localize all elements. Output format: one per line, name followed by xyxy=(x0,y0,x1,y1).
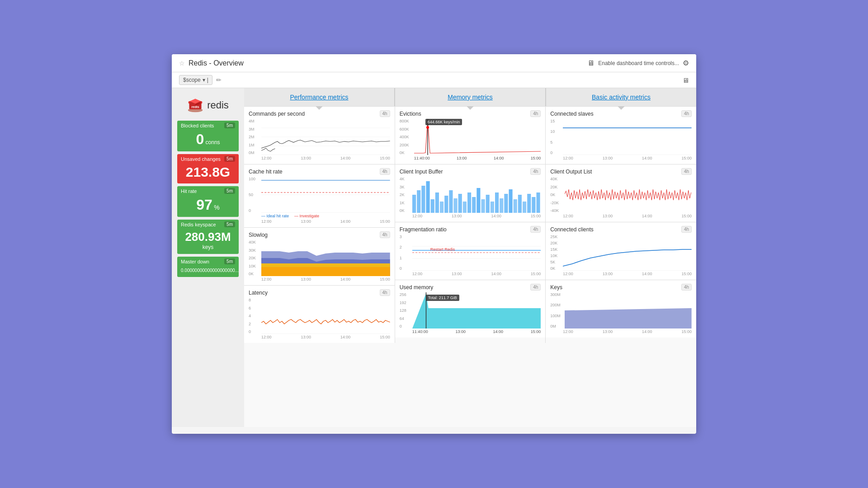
section-headers: Performance metrics Memory metrics Basic… xyxy=(244,88,696,107)
chart-connected-slaves: Connected slaves 4h 15 10 5 0 xyxy=(546,107,696,164)
chart-badge: 4h xyxy=(530,226,541,233)
chart-badge: 4h xyxy=(380,110,390,117)
svg-rect-36 xyxy=(476,188,480,213)
chart-evictions: Evictions 4h 800K 600K 400K 200K 0K xyxy=(395,107,546,164)
chart-connected-clients: Connected clients 4h 25K 20K 15K 10K 5K … xyxy=(546,222,696,280)
chart-body: 25K 20K 15K 10K 5K 0K xyxy=(550,235,692,271)
card-body: 213.8G xyxy=(177,164,239,183)
section-memory-label: Memory metrics xyxy=(448,94,493,101)
card-redis-keyspace: Redis keyspace 5m 280.93M keys xyxy=(177,220,239,254)
chart-title: Cache hit rate xyxy=(249,169,283,175)
chart-body: 100 50 0 xyxy=(249,177,390,213)
card-label: Unsaved changes xyxy=(181,156,221,162)
x-labels: 11:40:00 13:00 14:00 15:00 xyxy=(400,156,541,160)
section-activity[interactable]: Basic activity metrics xyxy=(546,88,696,106)
chart-title: Connected slaves xyxy=(550,111,593,117)
card-body: 0.00000000000000000000... xyxy=(177,266,239,277)
y-labels: 4M 3M 2M 1M 0M xyxy=(249,119,261,155)
memory-col: Evictions 4h 800K 600K 400K 200K 0K xyxy=(395,107,546,343)
card-hit-rate: Hit rate 5m 97 % xyxy=(177,186,239,217)
svg-rect-44 xyxy=(513,199,517,213)
legend: — Ideal hit rate — Investigate xyxy=(249,214,390,218)
chart-header: Evictions 4h xyxy=(400,110,541,117)
svg-rect-22 xyxy=(412,195,416,213)
hit-rate-value: 97 xyxy=(196,197,212,213)
unsaved-changes-value: 213.8G xyxy=(186,164,230,179)
chart-body: 256 192 128 64 0 xyxy=(400,292,541,328)
chart-body: 3 2 1 0 xyxy=(400,235,541,271)
svg-rect-31 xyxy=(453,198,457,213)
chart-header: Cache hit rate 4h xyxy=(249,168,390,175)
svg-rect-39 xyxy=(491,202,494,213)
svg-rect-41 xyxy=(500,198,503,213)
card-badge: 5m xyxy=(224,258,235,264)
chart-badge: 4h xyxy=(681,226,692,233)
x-labels: 12:00 13:00 14:00 15:00 xyxy=(400,272,541,276)
x-labels: 12:00 13:00 14:00 15:00 xyxy=(550,329,692,334)
svg-rect-45 xyxy=(518,195,522,213)
chart-badge: 4h xyxy=(681,284,692,291)
x-labels: 12:00 13:00 14:00 15:00 xyxy=(550,156,692,160)
chart-keys: Keys 4h 300M 200M 100M 0M xyxy=(546,280,696,338)
card-label: Master down xyxy=(181,259,209,264)
pipe-separator: | xyxy=(207,77,208,83)
star-icon[interactable]: ☆ xyxy=(179,60,185,67)
chart-header: Connected clients 4h xyxy=(550,226,692,233)
svg-rect-33 xyxy=(463,202,467,213)
chart-header: Client Input Buffer 4h xyxy=(400,168,541,175)
svg-rect-38 xyxy=(486,195,489,213)
used-memory-tooltip: Total: 211.7 GiB xyxy=(426,295,459,301)
card-unsaved-changes: Unsaved changes 5m 213.8G xyxy=(177,154,239,183)
svg-rect-32 xyxy=(458,194,462,213)
scope-dropdown[interactable]: $scope ▾ | xyxy=(179,75,212,85)
svg-rect-42 xyxy=(504,194,508,213)
section-performance[interactable]: Performance metrics xyxy=(244,88,395,106)
chart-svg-area: 644.66K keys/min xyxy=(414,119,541,155)
card-header: Master down 5m xyxy=(177,257,239,266)
chart-header: Slowlog 4h xyxy=(249,231,390,238)
chart-svg-area xyxy=(412,177,541,213)
chart-svg-area xyxy=(563,235,692,271)
x-labels: 12:00 13:00 14:00 15:00 xyxy=(249,156,390,160)
chart-title: Keys xyxy=(550,284,562,291)
chart-slowlog: Slowlog 4h 40K 30K 20K 10K 0K xyxy=(244,228,395,286)
chart-title: Latency xyxy=(249,290,268,296)
y-labels: 15 10 5 0 xyxy=(550,119,563,155)
card-badge: 5m xyxy=(224,122,235,128)
svg-rect-40 xyxy=(495,192,499,213)
svg-rect-49 xyxy=(536,192,540,213)
y-labels: 800K 600K 400K 200K 0K xyxy=(400,119,414,155)
redis-logo: redis redis xyxy=(187,97,229,113)
svg-rect-26 xyxy=(430,199,434,213)
y-labels: 100 50 0 xyxy=(249,177,261,213)
card-master-down: Master down 5m 0.00000000000000000000... xyxy=(177,257,239,277)
x-labels: 12:00 13:00 14:00 15:00 xyxy=(249,277,390,282)
section-activity-label: Basic activity metrics xyxy=(592,94,651,101)
chart-title: Client Input Buffer xyxy=(400,169,443,175)
gear-icon[interactable]: ⚙ xyxy=(683,59,689,67)
chart-body: 40K 20K 0K -20K -40K xyxy=(550,177,692,213)
section-memory[interactable]: Memory metrics xyxy=(395,88,546,106)
chart-client-input-buffer: Client Input Buffer 4h 4K 3K 2K 1K 0K xyxy=(395,164,546,222)
svg-rect-25 xyxy=(426,181,429,213)
blocked-clients-value: 0 xyxy=(196,131,204,147)
card-header: Blocked clients 5m xyxy=(177,121,239,130)
chart-header: Connected slaves 4h xyxy=(550,110,692,117)
chart-svg-area: Restart Redis xyxy=(412,235,541,271)
main-window: ☆ Redis - Overview 🖥 Enable dashboard ti… xyxy=(172,54,696,434)
legend-ideal: — Ideal hit rate xyxy=(261,214,289,218)
chart-body: 800K 600K 400K 200K 0K xyxy=(400,119,541,155)
chart-svg-area xyxy=(261,298,390,334)
svg-rect-46 xyxy=(523,202,526,213)
redis-logo-icon: redis xyxy=(187,97,203,113)
svg-marker-18 xyxy=(261,267,390,276)
card-badge: 5m xyxy=(224,156,235,162)
keyspace-unit: keys xyxy=(203,244,214,250)
legend-investigate: — Investigate xyxy=(294,214,319,218)
pencil-icon[interactable]: ✏ xyxy=(216,76,222,84)
enable-dashboard-btn[interactable]: Enable dashboard time controls... xyxy=(598,60,679,66)
chart-title: Slowlog xyxy=(249,232,268,238)
chart-header: Client Output List 4h xyxy=(550,168,692,175)
monitor-icon: 🖥 xyxy=(587,59,594,67)
chart-svg-area xyxy=(565,292,692,328)
